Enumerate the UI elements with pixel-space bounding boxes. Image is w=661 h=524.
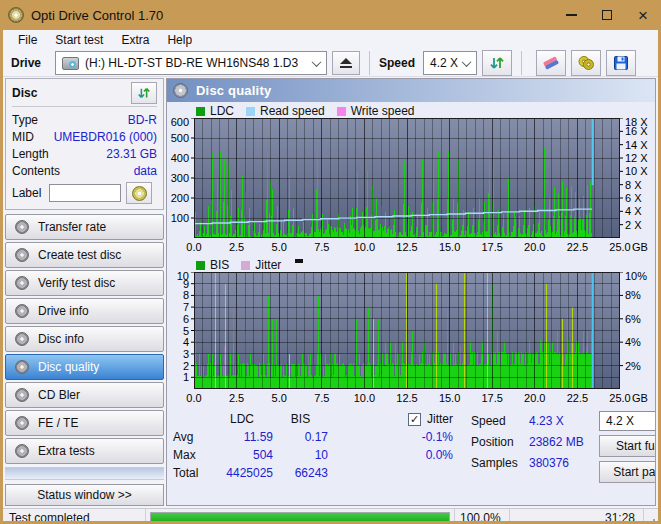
disc-quality-panel: Disc quality LDC Read speed Write speed … [166, 78, 656, 506]
disc-mid-value: UMEBDR016 (000) [54, 130, 157, 144]
disc-contents-row: Contents data [12, 162, 157, 179]
close-button[interactable]: × [625, 0, 661, 30]
svg-text:4: 4 [183, 336, 189, 348]
avg-jitter-value: -0.1% [328, 430, 453, 444]
sidebar-item-fe-te[interactable]: FE / TE [5, 410, 164, 436]
disc-icon [15, 276, 29, 290]
maximize-icon [602, 10, 612, 20]
refresh-arrows-icon [137, 86, 151, 100]
speed-select[interactable]: 4.2 X [423, 51, 477, 75]
bis-column-header: BIS [273, 412, 328, 426]
menu-help[interactable]: Help [158, 30, 201, 50]
app-window: Opti Drive Control 1.70 × File Start tes… [0, 0, 661, 524]
svg-text:2: 2 [183, 360, 189, 372]
svg-text:1: 1 [183, 371, 189, 383]
disc-contents-label: Contents [12, 164, 60, 178]
disc-panel-title: Disc [12, 86, 37, 100]
eject-icon [340, 58, 352, 68]
svg-text:2.5: 2.5 [229, 241, 244, 253]
stats-table: LDC BIS ✓ Jitter Avg 11.59 0.17 -0.1% Ma… [173, 410, 453, 501]
samples-stat-value: 380376 [529, 456, 599, 470]
status-window-button[interactable]: Status window >> [5, 484, 164, 506]
disc-icon [15, 444, 29, 458]
ldc-chart-legend: LDC Read speed Write speed [196, 104, 655, 118]
svg-text:20.0: 20.0 [524, 392, 545, 404]
menu-start-test[interactable]: Start test [46, 30, 112, 50]
refresh-arrows-icon [489, 55, 505, 71]
jitter-label: Jitter [427, 412, 453, 426]
disc-info-panel: Disc Type BD-R MID [5, 78, 164, 210]
jitter-checkbox[interactable]: ✓ [408, 413, 421, 426]
svg-text:16 X: 16 X [625, 125, 648, 137]
svg-text:GB: GB [632, 392, 648, 404]
app-disc-icon [8, 7, 24, 23]
sidebar-item-disc-info[interactable]: Disc info [5, 326, 164, 352]
max-ldc-value: 504 [211, 448, 273, 462]
disc-label-button[interactable] [126, 182, 152, 204]
svg-text:14 X: 14 X [625, 139, 648, 151]
svg-text:15.0: 15.0 [439, 241, 460, 253]
sidebar-item-transfer-rate[interactable]: Transfer rate [5, 214, 164, 240]
svg-text:300: 300 [171, 172, 189, 184]
menu-extra[interactable]: Extra [112, 30, 158, 50]
sidebar-item-cd-bler[interactable]: CD Bler [5, 382, 164, 408]
ldc-read-speed-chart: 60050040030020010018 X16 X14 X12 X10 X8 … [167, 118, 655, 256]
svg-text:2%: 2% [625, 360, 641, 372]
svg-text:12.5: 12.5 [396, 241, 417, 253]
sidebar-item-extra-tests[interactable]: Extra tests [5, 438, 164, 464]
svg-text:5: 5 [183, 325, 189, 337]
minimize-button[interactable] [553, 0, 589, 30]
svg-text:200: 200 [171, 192, 189, 204]
svg-text:8 X: 8 X [625, 179, 642, 191]
erase-disc-button[interactable] [536, 50, 566, 76]
svg-text:3: 3 [183, 348, 189, 360]
svg-text:6%: 6% [625, 313, 641, 325]
disc-mid-label: MID [12, 130, 34, 144]
sidebar-item-verify-test-disc[interactable]: Verify test disc [5, 270, 164, 296]
save-button[interactable] [606, 50, 636, 76]
close-icon: × [638, 7, 648, 24]
svg-text:12 X: 12 X [625, 152, 648, 164]
disc-icon [15, 332, 29, 346]
total-row-label: Total [173, 466, 211, 480]
drive-select[interactable]: (H:) HL-DT-ST BD-RE WH16NS48 1.D3 [55, 51, 327, 75]
start-part-button[interactable]: Start part [599, 461, 656, 483]
jitter-legend-swatch [241, 261, 250, 270]
avg-bis-value: 0.17 [273, 430, 328, 444]
avg-row-label: Avg [173, 430, 211, 444]
svg-text:25.0: 25.0 [609, 392, 630, 404]
maximize-button[interactable] [589, 0, 625, 30]
test-speed-select[interactable]: 4.2 X [599, 411, 656, 431]
sidebar-item-create-test-disc[interactable]: Create test disc [5, 242, 164, 268]
disc-icon [15, 388, 29, 402]
disc-refresh-button[interactable] [131, 82, 157, 104]
svg-text:2 X: 2 X [625, 219, 642, 231]
svg-text:GB: GB [632, 241, 648, 253]
chevron-down-icon [312, 57, 322, 67]
bis-chart-legend: BIS Jitter [196, 258, 655, 272]
eject-button[interactable] [332, 51, 360, 75]
disc-tools-button[interactable] [571, 50, 601, 76]
gold-discs-icon [577, 55, 595, 71]
disc-icon [173, 83, 188, 98]
bis-legend-swatch [196, 261, 205, 270]
resize-grip-icon[interactable] [644, 514, 656, 522]
svg-text:400: 400 [171, 152, 189, 164]
svg-text:100: 100 [171, 212, 189, 224]
disc-icon [15, 416, 29, 430]
progress-fill [151, 513, 449, 522]
window-title: Opti Drive Control 1.70 [31, 8, 163, 23]
position-stat-value: 23862 MB [529, 435, 599, 449]
sidebar-item-drive-info[interactable]: Drive info [5, 298, 164, 324]
disc-label-input[interactable] [49, 184, 121, 202]
refresh-button[interactable] [482, 50, 512, 76]
disc-label-label: Label [12, 186, 41, 200]
start-full-button[interactable]: Start full [599, 435, 656, 457]
max-bis-value: 10 [273, 448, 328, 462]
sidebar-filler [5, 467, 164, 480]
sidebar-item-disc-quality[interactable]: Disc quality [5, 354, 164, 380]
menu-file[interactable]: File [9, 30, 46, 50]
svg-text:8%: 8% [625, 289, 641, 301]
svg-text:0.0: 0.0 [186, 241, 201, 253]
disc-type-value: BD-R [128, 113, 157, 127]
